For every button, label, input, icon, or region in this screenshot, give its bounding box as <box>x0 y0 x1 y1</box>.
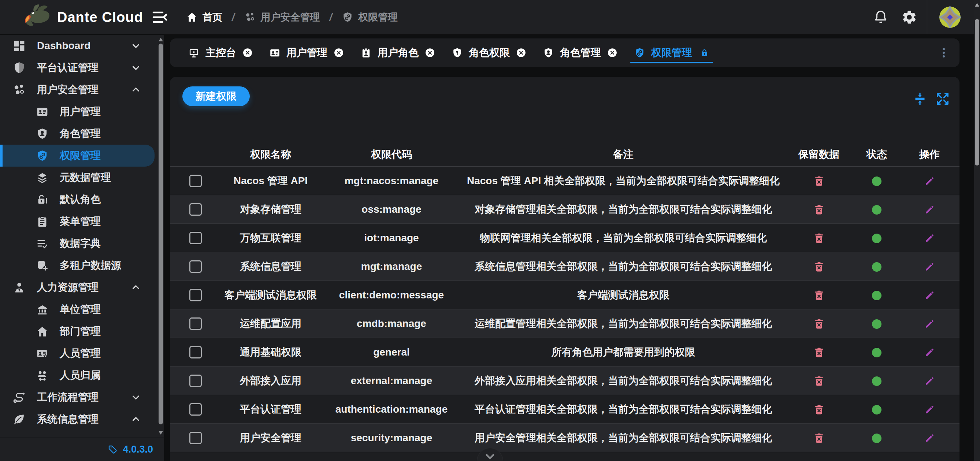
console-icon <box>188 47 200 59</box>
sidebar-item-clipboard-8[interactable]: 菜单管理 <box>0 211 154 232</box>
sidebar-item-users-group-2[interactable]: 用户安全管理 <box>0 79 154 101</box>
tab-shield-key[interactable]: 角色权限 <box>452 38 527 67</box>
sidebar-item-bank-12[interactable]: 单位管理 <box>0 299 154 320</box>
col-permission-name: 权限名称 <box>221 143 320 167</box>
sidebar-item-label: 工作流程管理 <box>37 390 99 404</box>
notifications-bell-icon[interactable] <box>873 9 889 25</box>
row-checkbox[interactable] <box>189 203 202 216</box>
brand[interactable]: Dante Cloud <box>0 3 149 31</box>
delete-data-icon[interactable] <box>813 261 825 273</box>
permission-remark-cell: 平台认证管理相关全部权限，当前为全部权限可结合实际调整细化 <box>463 395 784 424</box>
breadcrumb-label: 用户安全管理 <box>261 11 320 24</box>
tab-clipboard-user[interactable]: 用户角色 <box>360 38 436 67</box>
main-area: 主控台 用户管理 用户角色 角色权限 角色管理 权限管理 新建权限 <box>164 35 974 461</box>
permission-name-cell: Nacos 管理 API <box>221 167 320 195</box>
row-checkbox[interactable] <box>189 232 202 244</box>
delete-data-icon[interactable] <box>813 232 825 244</box>
sidebar-item-label: 元数据管理 <box>60 171 111 184</box>
scrollbar-up-arrow[interactable] <box>975 3 979 6</box>
tab-console[interactable]: 主控台 <box>188 38 253 67</box>
permission-name-cell: 通用基础权限 <box>221 338 320 367</box>
sidebar-item-database-plus-10[interactable]: 多租户数据源 <box>0 254 154 277</box>
tab-user-shield[interactable]: 角色管理 <box>543 38 618 67</box>
scrollbar-thumb[interactable] <box>159 44 163 424</box>
status-indicator <box>872 377 881 386</box>
sidebar-item-badge-star-14[interactable]: 人员管理 <box>0 342 154 364</box>
edit-icon[interactable] <box>924 375 935 387</box>
delete-data-icon[interactable] <box>813 432 825 444</box>
permission-code-cell: cmdb:manage <box>320 309 463 338</box>
sidebar-item-user-shield-4[interactable]: 角色管理 <box>0 122 154 145</box>
close-tab-icon[interactable] <box>607 47 618 58</box>
delete-data-icon[interactable] <box>813 175 825 187</box>
permission-code-cell: security:manage <box>320 424 463 452</box>
close-tab-icon[interactable] <box>242 47 253 58</box>
edit-icon[interactable] <box>924 232 935 244</box>
status-indicator <box>872 291 881 300</box>
tab-options-kebab-icon[interactable] <box>937 46 950 59</box>
sidebar-item-label: 权限管理 <box>60 149 101 162</box>
sidebar-item-leaf-17[interactable]: 系统信息管理 <box>0 408 154 430</box>
breadcrumb-permission[interactable]: 权限管理 <box>342 11 398 24</box>
edit-icon[interactable] <box>924 318 935 329</box>
clipboard-icon <box>36 215 49 228</box>
delete-data-icon[interactable] <box>813 375 825 387</box>
scrollbar-thumb[interactable] <box>975 19 979 165</box>
edit-icon[interactable] <box>924 432 935 444</box>
sidebar-item-layers-6[interactable]: 元数据管理 <box>0 167 154 189</box>
sidebar-item-shield-link-5[interactable]: 权限管理 <box>0 145 154 167</box>
sidebar-item-id-card-3[interactable]: 用户管理 <box>0 101 154 122</box>
close-tab-icon[interactable] <box>515 47 527 58</box>
sidebar-item-dashboard-0[interactable]: Dashboard <box>0 35 154 57</box>
id-card-icon <box>269 47 280 59</box>
row-checkbox[interactable] <box>189 318 202 330</box>
create-permission-button[interactable]: 新建权限 <box>182 86 250 106</box>
row-checkbox[interactable] <box>189 175 202 187</box>
sidebar-item-home-solid-13[interactable]: 部门管理 <box>0 320 154 342</box>
edit-icon[interactable] <box>924 404 935 415</box>
delete-data-icon[interactable] <box>813 404 825 416</box>
sidebar-item-list-check-9[interactable]: 数据字典 <box>0 232 154 254</box>
row-checkbox[interactable] <box>189 346 202 358</box>
sidebar-fold-button[interactable] <box>151 8 169 26</box>
scrollbar-down-arrow[interactable] <box>159 431 163 435</box>
edit-icon[interactable] <box>924 204 935 215</box>
edit-icon[interactable] <box>924 175 935 187</box>
sidebar-item-person-tie-11[interactable]: 人力资源管理 <box>0 277 154 299</box>
sidebar-item-lock-alert-7[interactable]: 默认角色 <box>0 189 154 211</box>
tab-id-card[interactable]: 用户管理 <box>269 38 344 67</box>
row-checkbox[interactable] <box>189 289 202 301</box>
scrollbar-up-arrow[interactable] <box>159 38 163 41</box>
row-density-icon[interactable] <box>913 92 927 106</box>
delete-data-icon[interactable] <box>813 318 825 330</box>
list-check-icon <box>36 237 49 250</box>
sidebar-item-workflow-16[interactable]: 工作流程管理 <box>0 386 154 408</box>
tab-shield-link[interactable]: 权限管理 <box>634 38 710 67</box>
edit-icon[interactable] <box>924 347 935 358</box>
shield-link-icon <box>342 11 353 23</box>
sidebar-footer: 4.0.3.0 <box>0 437 164 461</box>
settings-gear-icon[interactable] <box>901 9 917 25</box>
delete-data-icon[interactable] <box>813 203 825 216</box>
delete-data-icon[interactable] <box>813 347 825 358</box>
edit-icon[interactable] <box>924 261 935 272</box>
row-checkbox[interactable] <box>189 432 202 444</box>
close-tab-icon[interactable] <box>333 47 344 58</box>
edit-icon[interactable] <box>924 289 935 301</box>
sidebar-item-shield-1[interactable]: 平台认证管理 <box>0 57 154 79</box>
breadcrumb-user-security[interactable]: 用户安全管理 <box>244 11 320 24</box>
fullscreen-icon[interactable] <box>935 92 950 106</box>
user-avatar[interactable] <box>939 6 961 28</box>
row-checkbox[interactable] <box>189 260 202 273</box>
sidebar-item-people-arrows-15[interactable]: 人员归属 <box>0 364 154 386</box>
row-checkbox[interactable] <box>189 403 202 416</box>
breadcrumb-home[interactable]: 首页 <box>186 11 222 24</box>
close-tab-icon[interactable] <box>425 47 436 58</box>
sidebar-scrollbar[interactable] <box>158 35 164 437</box>
delete-data-icon[interactable] <box>813 289 825 301</box>
status-indicator <box>872 319 881 329</box>
page-scrollbar[interactable] <box>974 0 980 461</box>
row-checkbox[interactable] <box>189 375 202 387</box>
permission-code-cell: iot:manage <box>320 224 463 252</box>
sidebar-item-label: 人员归属 <box>60 368 101 382</box>
